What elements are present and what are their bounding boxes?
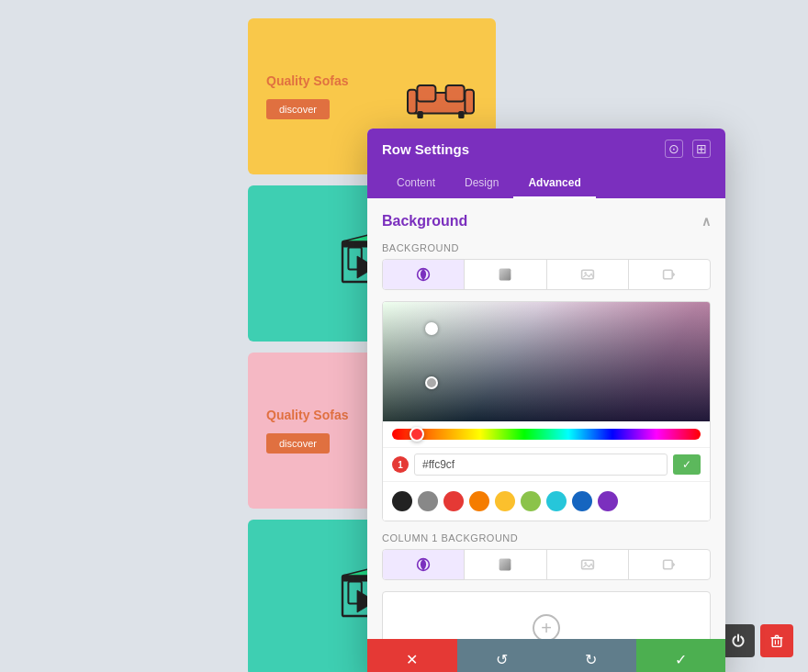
- column-bg-label: Column 1 Background: [382, 532, 711, 543]
- column-bg-type-image[interactable]: [547, 550, 629, 579]
- column-bg-type-color[interactable]: [383, 550, 465, 579]
- background-collapse-icon[interactable]: ∧: [701, 214, 711, 229]
- preset-black[interactable]: [392, 491, 412, 511]
- bg-type-image[interactable]: [547, 260, 629, 289]
- hue-slider-row: [383, 421, 710, 447]
- sofa-icon-1: [404, 69, 477, 124]
- background-label: Background: [382, 242, 711, 253]
- picker-handle-2: [425, 376, 438, 389]
- svg-rect-4: [465, 90, 474, 114]
- preset-red[interactable]: [443, 491, 464, 511]
- bg-type-tabs: [382, 259, 711, 290]
- preset-teal[interactable]: [546, 491, 567, 511]
- bg-type-gradient[interactable]: [465, 260, 546, 289]
- add-bg-color-button[interactable]: +: [533, 614, 560, 639]
- dialog-footer: ✕ ↺ ↻ ✓: [367, 639, 725, 672]
- svg-rect-36: [663, 560, 672, 569]
- dialog-header-icons: ⊙ ⊞: [665, 140, 711, 158]
- row-settings-dialog: Row Settings ⊙ ⊞ Content Design Advanced…: [367, 129, 725, 672]
- column-video-tab-icon: [662, 557, 677, 572]
- color-hex-input[interactable]: [414, 454, 668, 476]
- gradient-tab-icon: [498, 267, 512, 282]
- dialog-title: Row Settings: [382, 141, 469, 157]
- svg-rect-2: [446, 85, 465, 102]
- card-3-title: Quality Sofas: [266, 408, 348, 422]
- dialog-settings-icon[interactable]: ⊙: [665, 140, 683, 158]
- gradient-canvas[interactable]: [383, 302, 710, 421]
- svg-rect-27: [499, 269, 511, 281]
- canvas-area: Quality Sofas discover: [0, 0, 808, 672]
- preset-gray[interactable]: [418, 491, 438, 511]
- power-icon: [731, 633, 746, 648]
- undo-button[interactable]: ↺: [457, 639, 547, 672]
- color-confirm-button[interactable]: ✓: [673, 454, 701, 475]
- color-picker: 1 ✓: [382, 301, 711, 521]
- card-1-button[interactable]: discover: [266, 99, 330, 119]
- tab-advanced[interactable]: Advanced: [513, 169, 595, 198]
- svg-rect-6: [458, 111, 464, 118]
- preset-blue[interactable]: [572, 491, 592, 511]
- image-tab-icon: [580, 267, 595, 282]
- background-section-title: Background ∧: [382, 213, 711, 230]
- preset-purple[interactable]: [598, 491, 618, 511]
- svg-marker-37: [672, 562, 675, 567]
- preset-colors: [383, 481, 710, 521]
- redo-button[interactable]: ↻: [546, 639, 636, 672]
- svg-point-29: [584, 272, 586, 274]
- trash-icon: [769, 633, 784, 648]
- color-tab-icon: [416, 267, 431, 282]
- cancel-button[interactable]: ✕: [367, 639, 457, 672]
- column-image-tab-icon: [580, 557, 595, 572]
- svg-rect-30: [663, 270, 672, 279]
- color-badge: 1: [392, 456, 409, 473]
- column-bg-type-gradient[interactable]: [465, 550, 546, 579]
- card-3-button[interactable]: discover: [266, 433, 330, 454]
- dialog-tabs: Content Design Advanced: [367, 169, 725, 198]
- column-bg-type-tabs: [382, 549, 711, 580]
- card-1-title: Quality Sofas: [266, 73, 348, 88]
- column-color-tab-icon: [416, 557, 431, 572]
- card-3-left: Quality Sofas discover: [266, 408, 348, 454]
- preset-green[interactable]: [521, 491, 541, 511]
- hue-thumb: [410, 427, 424, 442]
- svg-marker-31: [672, 272, 675, 277]
- card-1-left: Quality Sofas discover: [266, 73, 348, 119]
- color-input-row: 1 ✓: [383, 447, 710, 481]
- svg-rect-33: [499, 559, 511, 571]
- picker-handle-1: [425, 322, 438, 335]
- svg-rect-38: [772, 638, 781, 647]
- hue-slider[interactable]: [392, 429, 701, 440]
- bg-type-color[interactable]: [383, 260, 465, 289]
- preset-orange[interactable]: [469, 491, 489, 511]
- power-button[interactable]: [722, 624, 755, 657]
- preset-yellow[interactable]: [495, 491, 515, 511]
- svg-point-35: [584, 562, 586, 564]
- dialog-header: Row Settings ⊙ ⊞: [367, 129, 725, 169]
- dialog-layout-icon[interactable]: ⊞: [692, 140, 711, 158]
- save-button[interactable]: ✓: [636, 639, 726, 672]
- bg-type-video[interactable]: [629, 260, 710, 289]
- svg-rect-3: [408, 90, 417, 114]
- delete-button[interactable]: [760, 624, 793, 657]
- column-bg-type-video[interactable]: [629, 550, 710, 579]
- video-tab-icon: [662, 267, 677, 282]
- tab-content[interactable]: Content: [382, 169, 450, 198]
- dialog-body: Background ∧ Background: [367, 198, 725, 639]
- column-gradient-tab-icon: [498, 557, 512, 572]
- tab-design[interactable]: Design: [450, 169, 513, 198]
- svg-rect-5: [417, 111, 422, 118]
- add-bg-color-area: + Add Background Color: [382, 591, 711, 639]
- svg-rect-1: [417, 85, 435, 102]
